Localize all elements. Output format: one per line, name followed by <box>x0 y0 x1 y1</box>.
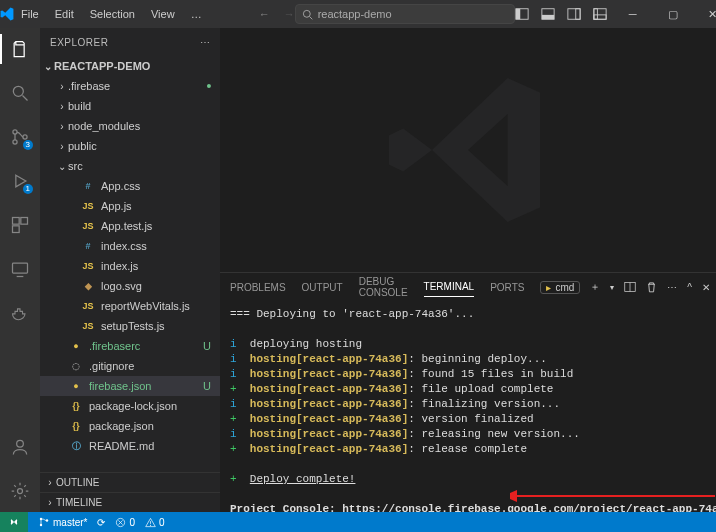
svg-rect-20 <box>13 263 28 273</box>
file-package-json[interactable]: {}package.json <box>40 416 220 436</box>
title-bar: File Edit Selection View … ← → reactapp-… <box>0 0 716 28</box>
svg-line-1 <box>309 16 312 19</box>
terminal-profile[interactable]: ▸cmd <box>540 281 580 294</box>
status-branch[interactable]: master* <box>38 516 87 528</box>
file--firebaserc[interactable]: ●.firebasercU <box>40 336 220 356</box>
nav-back-icon[interactable]: ← <box>259 8 270 20</box>
svg-rect-17 <box>13 218 20 225</box>
remote-indicator[interactable] <box>0 512 28 532</box>
outline-section[interactable]: ›OUTLINE <box>40 472 220 492</box>
activity-debug[interactable]: 1 <box>0 166 40 196</box>
window-maximize[interactable]: ▢ <box>653 0 693 28</box>
activity-settings[interactable] <box>0 476 40 506</box>
tree-root[interactable]: ⌄REACTAPP-DEMO <box>40 56 220 76</box>
timeline-section[interactable]: ›TIMELINE <box>40 492 220 512</box>
panel-close-icon[interactable]: ✕ <box>702 282 710 293</box>
svg-point-23 <box>18 489 23 494</box>
file-reportwebvitals-js[interactable]: JSreportWebVitals.js <box>40 296 220 316</box>
file-index-js[interactable]: JSindex.js <box>40 256 220 276</box>
terminal-output[interactable]: === Deploying to 'react-app-74a36'... i … <box>220 301 716 512</box>
file-tree[interactable]: ⌄REACTAPP-DEMO›.firebase•›build›node_mod… <box>40 56 220 472</box>
command-center[interactable]: reactapp-demo <box>295 4 515 24</box>
svg-rect-10 <box>594 15 606 19</box>
tab-terminal[interactable]: TERMINAL <box>424 277 475 297</box>
svg-rect-18 <box>21 218 28 225</box>
svg-rect-9 <box>594 9 598 20</box>
menu-more[interactable]: … <box>184 4 209 24</box>
file--gitignore[interactable]: ◌.gitignore <box>40 356 220 376</box>
svg-point-13 <box>13 130 17 134</box>
window-close[interactable]: ✕ <box>693 0 716 28</box>
svg-point-22 <box>17 440 24 447</box>
editor-watermark <box>220 28 716 272</box>
search-icon <box>302 9 313 20</box>
split-terminal-icon[interactable] <box>624 281 636 293</box>
status-warnings[interactable]: 0 <box>145 517 165 528</box>
folder-public[interactable]: ›public <box>40 136 220 156</box>
panel-maximize-icon[interactable]: ^ <box>687 282 692 293</box>
status-errors[interactable]: 0 <box>115 517 135 528</box>
tab-output[interactable]: OUTPUT <box>302 278 343 297</box>
menu-file[interactable]: File <box>14 4 46 24</box>
layout-sidebar-right-icon[interactable] <box>567 7 581 21</box>
new-terminal-icon[interactable]: ＋ <box>590 280 600 294</box>
folder-node-modules[interactable]: ›node_modules <box>40 116 220 136</box>
explorer-sidebar: EXPLORER ⋯ ⌄REACTAPP-DEMO›.firebase•›bui… <box>40 28 220 512</box>
activity-remote[interactable] <box>0 254 40 284</box>
kill-terminal-icon[interactable] <box>646 281 657 293</box>
scm-badge: 3 <box>23 140 33 150</box>
window-minimize[interactable]: ─ <box>613 0 653 28</box>
file-app-js[interactable]: JSApp.js <box>40 196 220 216</box>
folder-src[interactable]: ⌄src <box>40 156 220 176</box>
file-index-css[interactable]: #index.css <box>40 236 220 256</box>
tab-ports[interactable]: PORTS <box>490 278 524 297</box>
debug-badge: 1 <box>23 184 33 194</box>
editor-area: PROBLEMS OUTPUT DEBUG CONSOLE TERMINAL P… <box>220 28 716 512</box>
svg-point-34 <box>150 524 151 525</box>
file-app-test-js[interactable]: JSApp.test.js <box>40 216 220 236</box>
activity-docker[interactable] <box>0 298 40 328</box>
activity-search[interactable] <box>0 78 40 108</box>
file-firebase-json[interactable]: ●firebase.jsonU <box>40 376 220 396</box>
menu-view[interactable]: View <box>144 4 182 24</box>
svg-rect-7 <box>575 9 579 20</box>
svg-rect-19 <box>13 226 20 233</box>
status-bar: master* ⟳ 0 0 <box>0 512 716 532</box>
layout-customize-icon[interactable] <box>593 7 607 21</box>
folder-build[interactable]: ›build <box>40 96 220 116</box>
status-sync[interactable]: ⟳ <box>97 517 105 528</box>
menu-bar: File Edit Selection View … <box>14 4 209 24</box>
panel: PROBLEMS OUTPUT DEBUG CONSOLE TERMINAL P… <box>220 272 716 512</box>
activity-account[interactable] <box>0 432 40 462</box>
activity-scm[interactable]: 3 <box>0 122 40 152</box>
svg-point-0 <box>303 10 310 17</box>
layout-sidebar-left-icon[interactable] <box>515 7 529 21</box>
panel-more-icon[interactable]: ⋯ <box>667 282 677 293</box>
explorer-title: EXPLORER <box>50 37 108 48</box>
menu-edit[interactable]: Edit <box>48 4 81 24</box>
tab-debug-console[interactable]: DEBUG CONSOLE <box>359 272 408 302</box>
tab-problems[interactable]: PROBLEMS <box>230 278 286 297</box>
activity-explorer[interactable] <box>0 34 40 64</box>
layout-panel-icon[interactable] <box>541 7 555 21</box>
activity-bar: 3 1 <box>0 28 40 512</box>
file-setuptests-js[interactable]: JSsetupTests.js <box>40 316 220 336</box>
activity-extensions[interactable] <box>0 210 40 240</box>
explorer-more-icon[interactable]: ⋯ <box>200 37 210 48</box>
svg-rect-6 <box>568 9 580 20</box>
svg-line-12 <box>23 96 28 101</box>
folder--firebase[interactable]: ›.firebase• <box>40 76 220 96</box>
nav-forward-icon[interactable]: → <box>284 8 295 20</box>
svg-rect-8 <box>594 9 606 20</box>
file-readme-md[interactable]: ⓘREADME.md <box>40 436 220 456</box>
terminal-dropdown-icon[interactable]: ▾ <box>610 283 614 292</box>
file-app-css[interactable]: #App.css <box>40 176 220 196</box>
svg-point-15 <box>23 135 27 139</box>
command-center-text: reactapp-demo <box>318 8 392 20</box>
svg-rect-3 <box>516 9 520 20</box>
svg-point-14 <box>13 140 17 144</box>
file-logo-svg[interactable]: ◆logo.svg <box>40 276 220 296</box>
file-package-lock-json[interactable]: {}package-lock.json <box>40 396 220 416</box>
svg-rect-5 <box>542 15 554 19</box>
menu-selection[interactable]: Selection <box>83 4 142 24</box>
